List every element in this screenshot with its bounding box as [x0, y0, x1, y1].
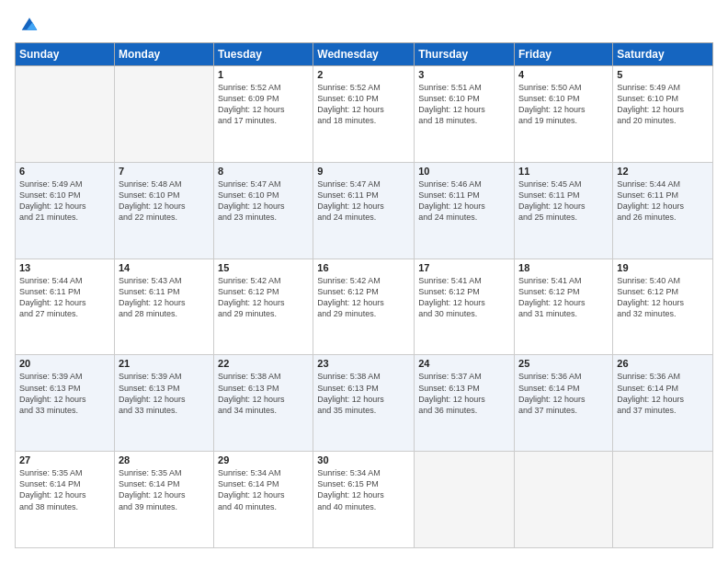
- day-number: 26: [617, 358, 709, 369]
- calendar-header-row: SundayMondayTuesdayWednesdayThursdayFrid…: [16, 43, 713, 66]
- day-info: Sunrise: 5:50 AMSunset: 6:10 PMDaylight:…: [518, 82, 609, 127]
- day-header-monday: Monday: [114, 43, 213, 66]
- header: [15, 15, 713, 33]
- day-number: 15: [218, 262, 309, 273]
- calendar-cell: 24Sunrise: 5:37 AMSunset: 6:13 PMDayligh…: [415, 355, 515, 452]
- week-row-4: 20Sunrise: 5:39 AMSunset: 6:13 PMDayligh…: [16, 355, 713, 452]
- day-number: 9: [317, 166, 410, 177]
- day-info: Sunrise: 5:39 AMSunset: 6:13 PMDaylight:…: [19, 371, 110, 416]
- day-header-tuesday: Tuesday: [214, 43, 313, 66]
- calendar-cell: 9Sunrise: 5:47 AMSunset: 6:11 PMDaylight…: [313, 162, 415, 259]
- day-info: Sunrise: 5:52 AMSunset: 6:09 PMDaylight:…: [218, 82, 309, 127]
- day-number: 10: [418, 166, 510, 177]
- day-number: 1: [218, 69, 309, 80]
- day-number: 12: [617, 166, 709, 177]
- day-info: Sunrise: 5:35 AMSunset: 6:14 PMDaylight:…: [119, 467, 210, 512]
- day-info: Sunrise: 5:44 AMSunset: 6:11 PMDaylight:…: [617, 178, 709, 224]
- calendar-cell: 4Sunrise: 5:50 AMSunset: 6:10 PMDaylight…: [515, 66, 613, 163]
- day-number: 18: [518, 262, 609, 273]
- logo-icon: [20, 15, 39, 33]
- day-info: Sunrise: 5:52 AMSunset: 6:10 PMDaylight:…: [317, 82, 410, 127]
- day-number: 11: [518, 166, 609, 177]
- day-info: Sunrise: 5:42 AMSunset: 6:12 PMDaylight:…: [317, 275, 410, 320]
- day-number: 16: [317, 262, 410, 273]
- day-info: Sunrise: 5:45 AMSunset: 6:11 PMDaylight:…: [518, 178, 609, 224]
- week-row-3: 13Sunrise: 5:44 AMSunset: 6:11 PMDayligh…: [16, 259, 713, 355]
- day-info: Sunrise: 5:51 AMSunset: 6:10 PMDaylight:…: [418, 82, 510, 127]
- calendar-cell: [114, 66, 213, 163]
- day-header-thursday: Thursday: [415, 43, 515, 66]
- week-row-2: 6Sunrise: 5:49 AMSunset: 6:10 PMDaylight…: [16, 162, 713, 259]
- calendar-cell: 17Sunrise: 5:41 AMSunset: 6:12 PMDayligh…: [415, 259, 515, 355]
- day-number: 27: [19, 454, 110, 465]
- day-info: Sunrise: 5:36 AMSunset: 6:14 PMDaylight:…: [617, 371, 709, 416]
- day-header-sunday: Sunday: [16, 43, 115, 66]
- calendar: SundayMondayTuesdayWednesdayThursdayFrid…: [15, 42, 713, 548]
- day-info: Sunrise: 5:44 AMSunset: 6:11 PMDaylight:…: [19, 275, 110, 320]
- week-row-5: 27Sunrise: 5:35 AMSunset: 6:14 PMDayligh…: [16, 452, 713, 548]
- day-number: 24: [418, 358, 510, 369]
- calendar-cell: 1Sunrise: 5:52 AMSunset: 6:09 PMDaylight…: [214, 66, 313, 163]
- day-info: Sunrise: 5:35 AMSunset: 6:14 PMDaylight:…: [19, 467, 110, 512]
- day-info: Sunrise: 5:49 AMSunset: 6:10 PMDaylight:…: [19, 178, 110, 224]
- day-info: Sunrise: 5:47 AMSunset: 6:10 PMDaylight:…: [218, 178, 309, 224]
- day-info: Sunrise: 5:43 AMSunset: 6:11 PMDaylight:…: [119, 275, 210, 320]
- day-info: Sunrise: 5:42 AMSunset: 6:12 PMDaylight:…: [218, 275, 309, 320]
- day-info: Sunrise: 5:39 AMSunset: 6:13 PMDaylight:…: [119, 371, 210, 416]
- calendar-cell: 12Sunrise: 5:44 AMSunset: 6:11 PMDayligh…: [613, 162, 713, 259]
- calendar-cell: 5Sunrise: 5:49 AMSunset: 6:10 PMDaylight…: [613, 66, 713, 163]
- day-info: Sunrise: 5:46 AMSunset: 6:11 PMDaylight:…: [418, 178, 510, 224]
- calendar-body: 1Sunrise: 5:52 AMSunset: 6:09 PMDaylight…: [16, 66, 713, 548]
- calendar-cell: 25Sunrise: 5:36 AMSunset: 6:14 PMDayligh…: [515, 355, 613, 452]
- day-info: Sunrise: 5:40 AMSunset: 6:12 PMDaylight:…: [617, 275, 709, 320]
- day-number: 3: [418, 69, 510, 80]
- day-number: 6: [19, 166, 110, 177]
- day-number: 21: [119, 358, 210, 369]
- calendar-cell: [515, 452, 613, 548]
- day-number: 14: [119, 262, 210, 273]
- day-number: 19: [617, 262, 709, 273]
- calendar-cell: 13Sunrise: 5:44 AMSunset: 6:11 PMDayligh…: [16, 259, 115, 355]
- day-info: Sunrise: 5:34 AMSunset: 6:15 PMDaylight:…: [317, 467, 410, 512]
- day-header-friday: Friday: [515, 43, 613, 66]
- calendar-cell: 22Sunrise: 5:38 AMSunset: 6:13 PMDayligh…: [214, 355, 313, 452]
- calendar-cell: 8Sunrise: 5:47 AMSunset: 6:10 PMDaylight…: [214, 162, 313, 259]
- calendar-cell: 29Sunrise: 5:34 AMSunset: 6:14 PMDayligh…: [214, 452, 313, 548]
- calendar-cell: 18Sunrise: 5:41 AMSunset: 6:12 PMDayligh…: [515, 259, 613, 355]
- logo: [15, 15, 39, 33]
- calendar-cell: 28Sunrise: 5:35 AMSunset: 6:14 PMDayligh…: [114, 452, 213, 548]
- calendar-cell: 7Sunrise: 5:48 AMSunset: 6:10 PMDaylight…: [114, 162, 213, 259]
- calendar-cell: 26Sunrise: 5:36 AMSunset: 6:14 PMDayligh…: [613, 355, 713, 452]
- day-number: 29: [218, 454, 309, 465]
- calendar-cell: [613, 452, 713, 548]
- day-header-saturday: Saturday: [613, 43, 713, 66]
- calendar-cell: 20Sunrise: 5:39 AMSunset: 6:13 PMDayligh…: [16, 355, 115, 452]
- day-number: 17: [418, 262, 510, 273]
- calendar-cell: 30Sunrise: 5:34 AMSunset: 6:15 PMDayligh…: [313, 452, 415, 548]
- day-number: 25: [518, 358, 609, 369]
- calendar-cell: [16, 66, 115, 163]
- day-info: Sunrise: 5:41 AMSunset: 6:12 PMDaylight:…: [418, 275, 510, 320]
- day-info: Sunrise: 5:38 AMSunset: 6:13 PMDaylight:…: [218, 371, 309, 416]
- day-info: Sunrise: 5:37 AMSunset: 6:13 PMDaylight:…: [418, 371, 510, 416]
- calendar-cell: 11Sunrise: 5:45 AMSunset: 6:11 PMDayligh…: [515, 162, 613, 259]
- calendar-cell: 23Sunrise: 5:38 AMSunset: 6:13 PMDayligh…: [313, 355, 415, 452]
- day-number: 30: [317, 454, 410, 465]
- calendar-cell: 21Sunrise: 5:39 AMSunset: 6:13 PMDayligh…: [114, 355, 213, 452]
- calendar-cell: 2Sunrise: 5:52 AMSunset: 6:10 PMDaylight…: [313, 66, 415, 163]
- calendar-cell: 16Sunrise: 5:42 AMSunset: 6:12 PMDayligh…: [313, 259, 415, 355]
- day-header-wednesday: Wednesday: [313, 43, 415, 66]
- week-row-1: 1Sunrise: 5:52 AMSunset: 6:09 PMDaylight…: [16, 66, 713, 163]
- day-number: 20: [19, 358, 110, 369]
- calendar-cell: 27Sunrise: 5:35 AMSunset: 6:14 PMDayligh…: [16, 452, 115, 548]
- day-number: 28: [119, 454, 210, 465]
- day-info: Sunrise: 5:48 AMSunset: 6:10 PMDaylight:…: [119, 178, 210, 224]
- calendar-cell: 6Sunrise: 5:49 AMSunset: 6:10 PMDaylight…: [16, 162, 115, 259]
- day-info: Sunrise: 5:47 AMSunset: 6:11 PMDaylight:…: [317, 178, 410, 224]
- day-info: Sunrise: 5:34 AMSunset: 6:14 PMDaylight:…: [218, 467, 309, 512]
- day-number: 22: [218, 358, 309, 369]
- day-number: 7: [119, 166, 210, 177]
- day-number: 4: [518, 69, 609, 80]
- page: SundayMondayTuesdayWednesdayThursdayFrid…: [0, 0, 728, 563]
- day-number: 2: [317, 69, 410, 80]
